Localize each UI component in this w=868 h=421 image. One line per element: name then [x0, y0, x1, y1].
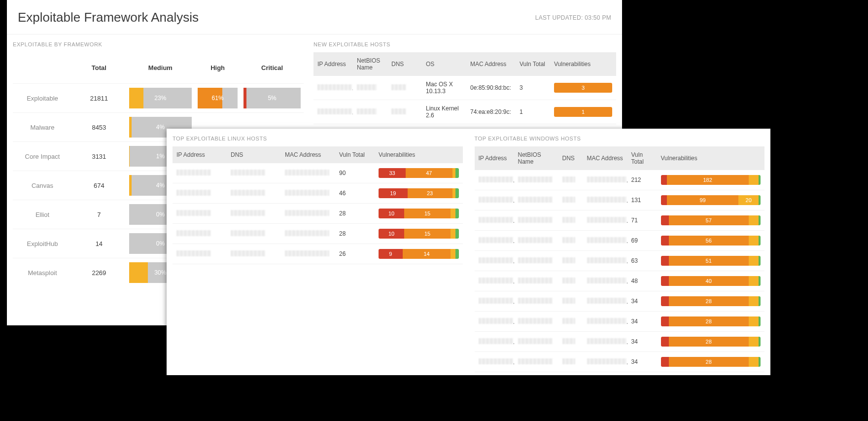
bar-label: 23% — [129, 88, 192, 108]
framework-row[interactable]: Exploitable2181123%61%5% — [13, 84, 304, 113]
host-row[interactable]: Linux Kernel 2.674:ea:e8:20:9c:11 — [313, 100, 616, 124]
host-vuln-total: 34 — [627, 291, 657, 312]
host-row[interactable]: 281015 — [173, 204, 463, 224]
redacted-nb — [518, 318, 553, 324]
host-vuln-total: 34 — [627, 312, 657, 332]
host-row[interactable]: 6956 — [475, 231, 765, 251]
redacted-dns — [391, 108, 406, 114]
redacted-ip — [479, 278, 513, 283]
host-row[interactable]: 1319920 — [475, 190, 765, 210]
bar-label: 61% — [198, 88, 238, 108]
host-vuln-total: 34 — [627, 352, 657, 372]
host-row[interactable]: 3428 — [475, 291, 765, 312]
col-vt: Vuln Total — [516, 52, 550, 76]
bar-med: 23% — [129, 88, 192, 108]
bar-label: 5% — [243, 88, 301, 108]
col-os: OS — [422, 52, 466, 76]
host-vuln-total: 3 — [516, 76, 550, 100]
framework-total: 21811 — [72, 84, 126, 113]
redacted-dns — [562, 257, 575, 263]
redacted-dns — [231, 210, 265, 216]
dashboard-panel-front: TOP EXPLOITABLE LINUX HOSTS IP Address D… — [167, 129, 770, 375]
host-os: Mac OS X 10.13.3 — [422, 76, 466, 100]
col-nb: NetBIOS Name — [353, 52, 387, 76]
host-row[interactable]: 903347 — [173, 163, 463, 183]
host-row[interactable]: 3428 — [475, 312, 765, 332]
redacted-nb — [518, 298, 553, 304]
redacted-ip — [176, 190, 211, 196]
col-high: High — [195, 52, 241, 84]
host-row[interactable]: 281015 — [173, 224, 463, 244]
host-row[interactable]: 461923 — [173, 183, 463, 204]
vuln-pill: 3 — [554, 83, 612, 93]
vuln-pill: 40 — [661, 276, 761, 286]
last-updated-label: LAST UPDATED: — [535, 14, 583, 21]
vuln-pill: 9920 — [661, 195, 761, 205]
col-ip: IP Address — [475, 146, 514, 170]
redacted-mac — [587, 257, 626, 263]
redacted-ip — [176, 250, 211, 256]
redacted-ip — [479, 318, 513, 324]
redacted-mac — [285, 210, 329, 216]
framework-total: 14 — [72, 229, 126, 258]
host-row[interactable]: 4840 — [475, 271, 765, 291]
redacted-nb — [518, 237, 553, 243]
redacted-nb — [518, 176, 553, 182]
framework-name: Malware — [13, 113, 72, 142]
redacted-mac — [587, 338, 626, 344]
redacted-nb — [518, 278, 553, 283]
col-v: Vulnerabilities — [550, 52, 616, 76]
col-nb: NetBIOS Name — [514, 146, 558, 170]
bar-high: 61% — [198, 88, 238, 108]
redacted-dns — [231, 230, 265, 236]
redacted-mac — [587, 176, 626, 182]
host-row[interactable]: 6351 — [475, 251, 765, 271]
section-title-windows: TOP EXPLOITABLE WINDOWS HOSTS — [475, 129, 765, 146]
redacted-mac — [285, 230, 329, 236]
col-ip: IP Address — [173, 146, 227, 163]
redacted-ip — [479, 298, 513, 304]
redacted-ip — [479, 237, 513, 243]
redacted-mac — [587, 278, 626, 283]
host-mac: 0e:85:90:8d:bc: — [466, 76, 516, 100]
col-critical: Critical — [241, 52, 304, 84]
framework-name: Elliot — [13, 200, 72, 229]
vuln-pill: 28 — [661, 316, 761, 326]
host-row[interactable]: 26914 — [173, 244, 463, 264]
host-vuln-total: 69 — [627, 231, 657, 251]
redacted-dns — [562, 176, 575, 182]
redacted-ip — [317, 108, 352, 114]
host-os: Linux Kernel 2.6 — [422, 100, 466, 124]
vuln-pill: 1923 — [379, 188, 459, 198]
redacted-ip — [479, 197, 513, 203]
host-row[interactable]: 212182 — [475, 170, 765, 190]
col-v: Vulnerabilities — [657, 146, 765, 170]
col-mac: MAC Address — [466, 52, 516, 76]
host-row[interactable]: 3428 — [475, 332, 765, 352]
col-ip: IP Address — [313, 52, 353, 76]
framework-name: ExploitHub — [13, 229, 72, 258]
host-vuln-total: 131 — [627, 190, 657, 210]
host-vuln-total: 90 — [335, 163, 375, 183]
redacted-ip — [479, 358, 513, 364]
redacted-dns — [231, 190, 265, 196]
page-header: Exploitable Framework Analysis LAST UPDA… — [7, 0, 622, 35]
redacted-mac — [285, 190, 329, 196]
host-vuln-total: 71 — [627, 210, 657, 231]
vuln-pill: 182 — [661, 175, 761, 185]
last-updated: LAST UPDATED: 03:50 PM — [535, 14, 611, 21]
bar-crit: 5% — [243, 88, 301, 108]
redacted-mac — [285, 250, 329, 256]
redacted-dns — [231, 170, 265, 175]
redacted-dns — [562, 197, 575, 203]
redacted-dns — [562, 318, 575, 324]
redacted-nb — [518, 217, 553, 223]
host-row[interactable]: 3428 — [475, 352, 765, 372]
redacted-nb — [357, 108, 377, 114]
host-row[interactable]: 7157 — [475, 210, 765, 231]
redacted-nb — [518, 338, 553, 344]
host-row[interactable]: Mac OS X 10.13.30e:85:90:8d:bc:33 — [313, 76, 616, 100]
framework-name: Exploitable — [13, 84, 72, 113]
windows-hosts-table: IP Address NetBIOS Name DNS MAC Address … — [475, 146, 765, 372]
redacted-nb — [518, 197, 553, 203]
